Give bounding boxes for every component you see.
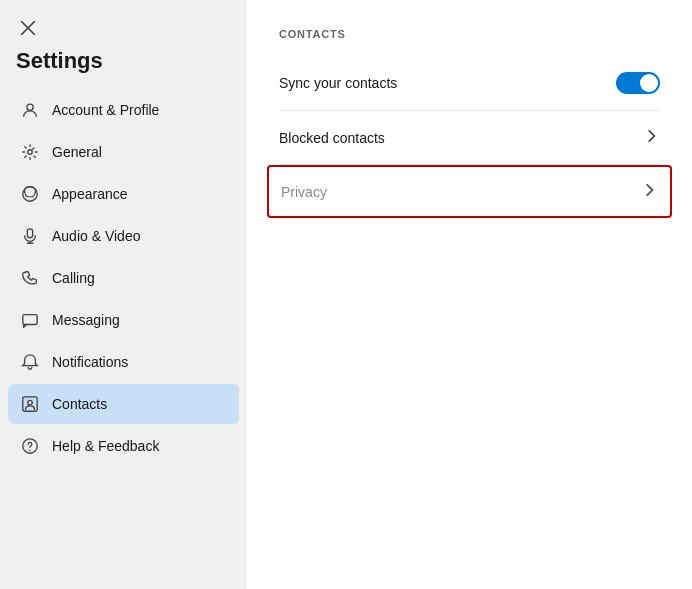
sidebar-item-notifications-label: Notifications	[52, 354, 128, 370]
settings-title: Settings	[0, 48, 247, 90]
phone-icon	[20, 268, 40, 288]
sidebar-item-audio-video[interactable]: Audio & Video	[8, 216, 239, 256]
privacy-label: Privacy	[281, 184, 327, 200]
sidebar-item-notifications[interactable]: Notifications	[8, 342, 239, 382]
sidebar-item-help[interactable]: Help & Feedback	[8, 426, 239, 466]
sidebar-item-audio-label: Audio & Video	[52, 228, 140, 244]
appearance-icon	[20, 184, 40, 204]
svg-point-7	[28, 400, 33, 405]
contacts-icon	[20, 394, 40, 414]
svg-rect-5	[23, 315, 37, 325]
sidebar-item-general[interactable]: General	[8, 132, 239, 172]
microphone-icon	[20, 226, 40, 246]
sidebar-item-calling[interactable]: Calling	[8, 258, 239, 298]
sidebar-item-help-label: Help & Feedback	[52, 438, 159, 454]
svg-point-2	[27, 104, 33, 110]
settings-row-sync[interactable]: Sync your contacts	[279, 56, 660, 111]
main-content: CONTACTS Sync your contacts Blocked cont…	[247, 0, 692, 589]
message-icon	[20, 310, 40, 330]
sidebar-item-account[interactable]: Account & Profile	[8, 90, 239, 130]
sidebar-item-contacts-label: Contacts	[52, 396, 107, 412]
blocked-chevron	[642, 127, 660, 148]
gear-icon	[20, 142, 40, 162]
help-icon	[20, 436, 40, 456]
sidebar-item-account-label: Account & Profile	[52, 102, 159, 118]
sidebar-item-appearance[interactable]: Appearance	[8, 174, 239, 214]
settings-row-blocked[interactable]: Blocked contacts	[279, 111, 660, 165]
sidebar-item-calling-label: Calling	[52, 270, 95, 286]
sidebar-header	[0, 0, 247, 48]
section-label: CONTACTS	[279, 28, 660, 40]
sidebar-item-messaging-label: Messaging	[52, 312, 120, 328]
sidebar-item-contacts[interactable]: Contacts	[8, 384, 239, 424]
privacy-chevron	[640, 181, 658, 202]
person-icon	[20, 100, 40, 120]
settings-list: Sync your contacts Blocked contacts Priv…	[279, 56, 660, 218]
svg-point-3	[28, 150, 33, 155]
bell-icon	[20, 352, 40, 372]
sidebar-nav: Account & Profile General Appearance Aud…	[0, 90, 247, 466]
sidebar-item-appearance-label: Appearance	[52, 186, 128, 202]
sync-toggle[interactable]	[616, 72, 660, 94]
settings-row-privacy[interactable]: Privacy	[267, 165, 672, 218]
sidebar-item-general-label: General	[52, 144, 102, 160]
sidebar-item-messaging[interactable]: Messaging	[8, 300, 239, 340]
svg-rect-4	[27, 229, 32, 238]
sync-label: Sync your contacts	[279, 75, 397, 91]
sidebar: Settings Account & Profile General Appea…	[0, 0, 247, 589]
blocked-label: Blocked contacts	[279, 130, 385, 146]
close-button[interactable]	[16, 16, 40, 40]
